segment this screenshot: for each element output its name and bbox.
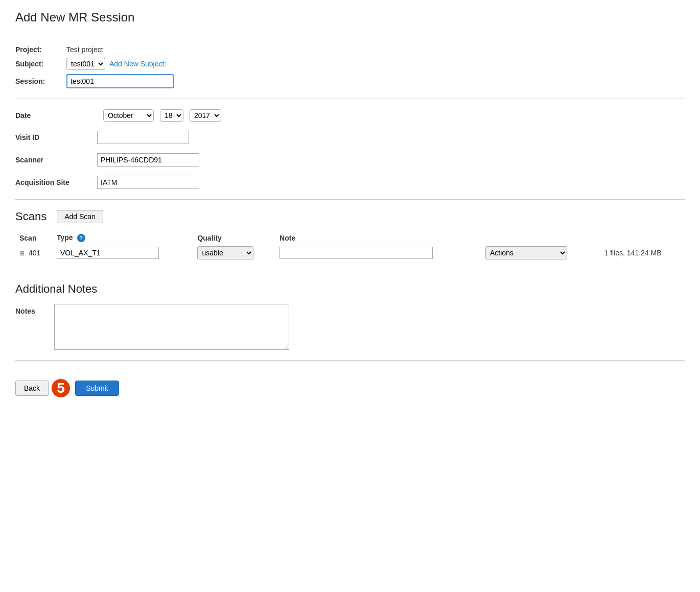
col-actions — [481, 231, 596, 244]
project-subject-session-grid: Project: Test project Subject: test001 A… — [15, 45, 685, 88]
col-files — [596, 231, 685, 244]
subject-row: test001 Add New Subject: — [66, 58, 685, 70]
scanner-row: Scanner — [15, 153, 685, 167]
scan-type-input[interactable] — [57, 247, 159, 259]
expand-icon[interactable]: ⊞ — [19, 250, 25, 257]
scan-files-cell: 1 files, 141.24 MB — [596, 244, 685, 262]
add-scan-button[interactable]: Add Scan — [57, 210, 103, 223]
submit-button[interactable]: Submit — [75, 381, 119, 396]
scans-header: Scans Add Scan — [15, 210, 685, 223]
notes-textarea[interactable] — [54, 304, 289, 350]
col-type: Type ? — [53, 231, 193, 244]
session-input[interactable] — [66, 74, 174, 88]
add-subject-link[interactable]: Add New Subject: — [109, 60, 166, 68]
notes-row: Notes — [15, 304, 685, 350]
session-label: Session: — [15, 77, 61, 85]
scans-title: Scans — [15, 210, 46, 223]
file-info: 1 files, 141.24 MB — [604, 249, 661, 257]
quality-select[interactable]: usable unusable questionable — [197, 246, 253, 259]
scanner-input[interactable] — [97, 153, 199, 167]
year-select[interactable]: 20152016201720182019 — [190, 109, 221, 122]
visit-id-label: Visit ID — [15, 133, 97, 141]
details-section: Date January February March April May Ju… — [15, 109, 685, 189]
acquisition-site-row: Acquisition Site — [15, 176, 685, 189]
actions-select[interactable]: Actions Delete — [485, 246, 567, 259]
back-button[interactable]: Back — [15, 381, 49, 396]
acquisition-site-label: Acquisition Site — [15, 178, 97, 186]
scans-table: Scan Type ? Quality Note ⊞ — [15, 231, 685, 262]
acquisition-site-input[interactable] — [97, 176, 199, 189]
type-help-icon[interactable]: ? — [77, 234, 85, 242]
month-select[interactable]: January February March April May June Ju… — [103, 109, 154, 122]
col-note: Note — [275, 231, 481, 244]
additional-notes-title: Additional Notes — [15, 282, 685, 296]
note-input[interactable] — [279, 247, 433, 259]
project-label: Project: — [15, 45, 61, 54]
project-value: Test project — [66, 45, 685, 54]
divider-mid1 — [15, 99, 685, 99]
table-row: ⊞ 401 usable unusable questionable — [15, 244, 685, 262]
divider-bottom — [15, 360, 685, 361]
subject-select[interactable]: test001 — [66, 58, 105, 70]
scan-quality-cell: usable unusable questionable — [193, 244, 275, 262]
subject-label: Subject: — [15, 60, 61, 68]
day-select[interactable]: 1234 5678 9101112 13141516 17181920 2122… — [160, 109, 183, 122]
date-label: Date — [15, 111, 97, 120]
additional-notes-section: Additional Notes Notes — [15, 282, 685, 350]
page-title: Add New MR Session — [15, 10, 685, 25]
divider-mid2 — [15, 199, 685, 200]
divider-mid3 — [15, 272, 685, 272]
date-row: Date January February March April May Ju… — [15, 109, 685, 122]
col-scan: Scan — [15, 231, 53, 244]
scan-id: 401 — [29, 249, 40, 257]
scan-note-cell — [275, 244, 481, 262]
scan-id-cell: ⊞ 401 — [15, 244, 53, 262]
col-quality: Quality — [193, 231, 275, 244]
badge-5: 5 — [52, 379, 70, 397]
visit-id-row: Visit ID — [15, 131, 685, 144]
scanner-label: Scanner — [15, 156, 97, 164]
scan-actions-cell: Actions Delete — [481, 244, 596, 262]
divider-top — [15, 35, 685, 35]
visit-id-input[interactable] — [97, 131, 189, 144]
footer-section: Back 5 Submit — [15, 371, 685, 402]
notes-label: Notes — [15, 304, 46, 315]
scan-type-cell — [53, 244, 193, 262]
